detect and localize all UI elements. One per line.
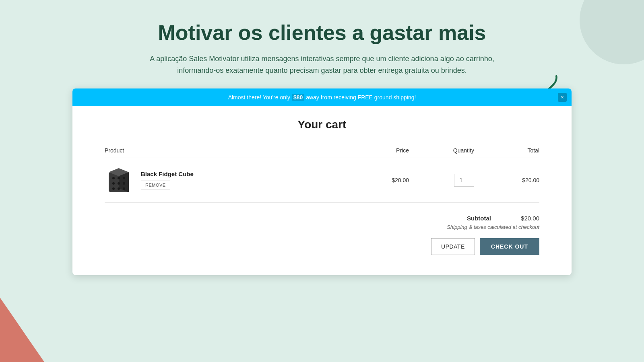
svg-point-11 <box>118 187 120 190</box>
product-cell: Black Fidget Cube REMOVE <box>105 166 344 194</box>
notification-highlight: $80 <box>292 94 304 101</box>
col-product: Product <box>105 143 344 158</box>
product-image <box>105 166 133 194</box>
update-button[interactable]: UPDATE <box>431 238 475 255</box>
checkout-button[interactable]: CHECK OUT <box>480 238 539 255</box>
svg-point-10 <box>112 187 115 190</box>
cart-window: Almost there! You're only $80 away from … <box>72 88 572 275</box>
col-quantity: Quantity <box>409 143 474 158</box>
price-cell: $20.00 <box>344 158 409 202</box>
col-price: Price <box>344 143 409 158</box>
cart-body: Your cart Product Price Quantity Total <box>72 106 572 275</box>
svg-point-8 <box>118 182 120 185</box>
cart-actions: UPDATE CHECK OUT <box>431 238 539 255</box>
svg-point-7 <box>112 182 115 185</box>
cart-table: Product Price Quantity Total <box>105 143 539 203</box>
cart-title: Your cart <box>105 118 539 131</box>
cart-footer: Subtotal $20.00 Shipping & taxes calcula… <box>105 215 539 255</box>
notification-close-button[interactable]: × <box>558 93 567 102</box>
product-name: Black Fidget Cube <box>141 171 194 177</box>
svg-point-12 <box>123 187 125 190</box>
quantity-input[interactable] <box>454 174 474 187</box>
subtotal-value: $20.00 <box>507 215 539 222</box>
svg-point-9 <box>123 182 125 185</box>
qty-cell <box>409 158 474 202</box>
subtotal-row: Subtotal $20.00 <box>467 215 539 222</box>
shipping-note: Shipping & taxes calculated at checkout <box>447 224 539 230</box>
page-title: Motivar os clientes a gastar mais <box>80 20 564 45</box>
subtotal-label: Subtotal <box>467 215 491 222</box>
remove-button[interactable]: REMOVE <box>141 181 170 189</box>
page-subtitle: A aplicação Sales Motivator utiliza mens… <box>141 53 503 76</box>
notification-bar: Almost there! You're only $80 away from … <box>72 88 572 106</box>
svg-point-5 <box>118 177 120 179</box>
svg-point-4 <box>112 177 115 179</box>
total-cell: $20.00 <box>474 158 539 202</box>
notification-text-after: away from receiving FREE ground shipping… <box>304 94 416 101</box>
product-info: Black Fidget Cube REMOVE <box>141 171 194 189</box>
table-row: Black Fidget Cube REMOVE $20.00 $20.00 <box>105 158 539 202</box>
bg-decoration-triangle <box>0 298 44 362</box>
col-total: Total <box>474 143 539 158</box>
svg-point-6 <box>123 177 125 179</box>
notification-message: Almost there! You're only $80 away from … <box>228 94 416 101</box>
notification-text-before: Almost there! You're only <box>228 94 292 101</box>
